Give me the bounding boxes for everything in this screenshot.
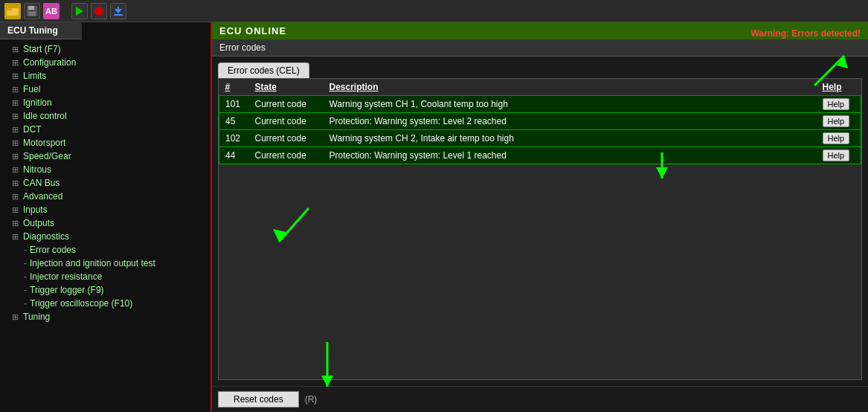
sidebar-item-3[interactable]: ⊞Fuel <box>0 83 210 96</box>
sidebar-item-8[interactable]: ⊞Speed/Gear <box>0 149 210 163</box>
plus-icon: ⊞ <box>12 112 19 121</box>
sidebar-subitem-17[interactable]: -Injector resistance <box>0 270 210 283</box>
cell-help: Help <box>817 130 861 147</box>
svg-rect-1 <box>7 8 12 10</box>
toolbar: AB <box>0 0 868 22</box>
error-panel: Error codes (CEL) # State Description He… <box>212 57 868 386</box>
cell-description: Protection: Warning system: Level 2 reac… <box>324 113 817 130</box>
cell-state: Current code <box>249 113 324 130</box>
cell-description: Warning system CH 2, Intake air temp too… <box>324 130 817 147</box>
play-button[interactable] <box>71 3 88 19</box>
plus-icon: ⊞ <box>12 71 19 81</box>
sidebar-item-20[interactable]: ⊞Tuning <box>0 310 210 324</box>
sidebar-tab: ECU Tuning <box>0 22 82 39</box>
table-row: 101 Current code Warning system CH 1, Co… <box>219 96 861 113</box>
col-description: Description <box>324 79 817 96</box>
col-help: Help <box>817 79 861 96</box>
help-button-1[interactable]: Help <box>823 115 850 127</box>
svg-point-6 <box>94 7 103 16</box>
sidebar-item-13[interactable]: ⊞Outputs <box>0 216 210 230</box>
cell-number: 101 <box>219 96 249 113</box>
sidebar-item-14[interactable]: ⊞Diagnostics <box>0 230 210 243</box>
save-button[interactable] <box>24 3 40 19</box>
folder-button[interactable] <box>4 3 21 19</box>
warning-text: Warning: Errors detected! <box>750 28 861 39</box>
plus-icon: ⊞ <box>12 152 19 161</box>
plus-icon: ⊞ <box>12 232 19 242</box>
help-button-2[interactable]: Help <box>823 132 850 144</box>
plus-icon: ⊞ <box>12 58 19 68</box>
plus-icon: ⊞ <box>12 219 19 228</box>
col-state: State <box>249 79 324 96</box>
help-button-0[interactable]: Help <box>823 98 850 110</box>
error-codes-tab[interactable]: Error codes (CEL) <box>218 62 309 78</box>
svg-rect-9 <box>114 14 123 16</box>
cell-state: Current code <box>249 130 324 147</box>
text-button[interactable]: AB <box>43 3 60 19</box>
plus-icon: ⊞ <box>12 312 19 322</box>
main-layout: ECU Tuning ⊞Start (F7)⊞Configuration⊞Lim… <box>0 22 868 412</box>
reset-shortcut: (R) <box>305 394 318 405</box>
sidebar-item-4[interactable]: ⊞Ignition <box>0 96 210 109</box>
reset-codes-button[interactable]: Reset codes <box>218 391 299 408</box>
sidebar: ECU Tuning ⊞Start (F7)⊞Configuration⊞Lim… <box>0 22 212 412</box>
plus-icon: ⊞ <box>12 205 19 215</box>
download-button[interactable] <box>110 3 126 19</box>
sidebar-subitem-15[interactable]: -Error codes <box>0 243 210 257</box>
table-row: 102 Current code Warning system CH 2, In… <box>219 130 861 147</box>
cell-description: Warning system CH 1, Coolant temp too hi… <box>324 96 817 113</box>
sidebar-item-0[interactable]: ⊞Start (F7) <box>0 42 210 56</box>
sidebar-item-2[interactable]: ⊞Limits <box>0 69 210 83</box>
table-row: 44 Current code Protection: Warning syst… <box>219 147 861 164</box>
cell-help: Help <box>817 113 861 130</box>
svg-rect-3 <box>28 6 34 10</box>
col-number: # <box>219 79 249 96</box>
plus-icon: ⊞ <box>12 192 19 202</box>
plus-icon: ⊞ <box>12 45 19 54</box>
sidebar-subitem-19[interactable]: -Trigger oscilloscope (F10) <box>0 297 210 310</box>
sidebar-item-11[interactable]: ⊞Advanced <box>0 190 210 203</box>
sidebar-item-10[interactable]: ⊞CAN Bus <box>0 176 210 190</box>
cell-number: 45 <box>219 113 249 130</box>
content: ECU ONLINE Error codes Warning: Errors d… <box>212 22 868 412</box>
cell-state: Current code <box>249 147 324 164</box>
table-row: 45 Current code Protection: Warning syst… <box>219 113 861 130</box>
cell-description: Protection: Warning system: Level 1 reac… <box>324 147 817 164</box>
error-tab-bar: Error codes (CEL) <box>218 62 862 78</box>
sidebar-subitem-18[interactable]: -Trigger logger (F9) <box>0 283 210 297</box>
sidebar-items: ⊞Start (F7)⊞Configuration⊞Limits⊞Fuel⊞Ig… <box>0 39 210 412</box>
svg-rect-4 <box>28 12 36 16</box>
sidebar-item-5[interactable]: ⊞Idle control <box>0 109 210 123</box>
cell-number: 102 <box>219 130 249 147</box>
svg-marker-5 <box>76 7 83 16</box>
cell-number: 44 <box>219 147 249 164</box>
cell-help: Help <box>817 96 861 113</box>
plus-icon: ⊞ <box>12 178 19 188</box>
cell-state: Current code <box>249 96 324 113</box>
sidebar-item-7[interactable]: ⊞Motorsport <box>0 136 210 149</box>
error-table: # State Description Help 101 Current cod… <box>219 79 861 164</box>
plus-icon: ⊞ <box>12 138 19 148</box>
sidebar-item-9[interactable]: ⊞Nitrous <box>0 163 210 176</box>
cell-help: Help <box>817 147 861 164</box>
plus-icon: ⊞ <box>12 98 19 108</box>
record-button[interactable] <box>91 3 107 19</box>
content-subtitle: Error codes <box>212 39 868 57</box>
sidebar-item-6[interactable]: ⊞DCT <box>0 123 210 136</box>
error-table-container: # State Description Help 101 Current cod… <box>218 78 862 380</box>
sidebar-subitem-16[interactable]: -Injection and ignition output test <box>0 257 210 270</box>
plus-icon: ⊞ <box>12 85 19 94</box>
plus-icon: ⊞ <box>12 165 19 175</box>
help-button-3[interactable]: Help <box>823 149 850 161</box>
sidebar-item-12[interactable]: ⊞Inputs <box>0 203 210 216</box>
sidebar-item-1[interactable]: ⊞Configuration <box>0 56 210 69</box>
plus-icon: ⊞ <box>12 125 19 135</box>
bottom-bar: Reset codes (R) <box>212 386 868 412</box>
svg-rect-8 <box>118 7 119 11</box>
